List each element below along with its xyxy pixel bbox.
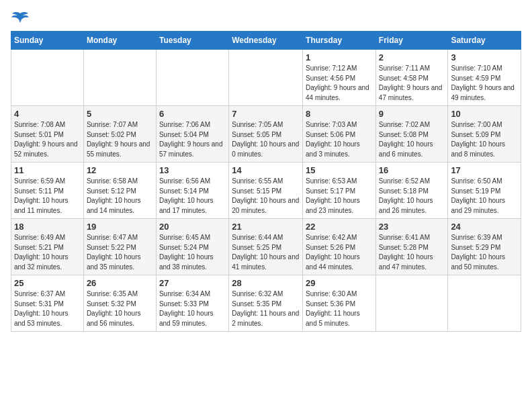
day-number: 1	[306, 52, 373, 62]
day-number: 20	[159, 222, 226, 232]
day-detail: Sunrise: 6:52 AMSunset: 5:18 PMDaylight:…	[379, 177, 445, 216]
day-detail: Sunrise: 7:03 AMSunset: 5:06 PMDaylight:…	[306, 120, 373, 159]
day-detail: Sunrise: 7:02 AMSunset: 5:08 PMDaylight:…	[379, 120, 445, 159]
day-detail: Sunrise: 7:10 AMSunset: 4:59 PMDaylight:…	[451, 64, 518, 103]
weekday-header-tuesday: Tuesday	[156, 32, 228, 50]
calendar-week-row: 4Sunrise: 7:08 AMSunset: 5:01 PMDaylight…	[11, 106, 521, 163]
page-header	[11, 11, 521, 26]
day-number: 6	[159, 109, 226, 119]
calendar-cell	[156, 50, 228, 106]
day-detail: Sunrise: 6:47 AMSunset: 5:22 PMDaylight:…	[87, 233, 153, 272]
day-number: 25	[14, 278, 81, 288]
day-number: 26	[87, 278, 153, 288]
calendar-cell: 2Sunrise: 7:11 AMSunset: 4:58 PMDaylight…	[375, 50, 448, 106]
day-detail: Sunrise: 6:56 AMSunset: 5:14 PMDaylight:…	[159, 177, 226, 216]
calendar-cell: 25Sunrise: 6:37 AMSunset: 5:31 PMDayligh…	[11, 275, 84, 332]
day-detail: Sunrise: 6:50 AMSunset: 5:19 PMDaylight:…	[451, 177, 518, 216]
weekday-header-wednesday: Wednesday	[229, 32, 303, 50]
calendar-cell: 13Sunrise: 6:56 AMSunset: 5:14 PMDayligh…	[156, 163, 228, 219]
day-number: 12	[87, 165, 153, 175]
calendar-cell: 8Sunrise: 7:03 AMSunset: 5:06 PMDaylight…	[303, 106, 376, 163]
calendar-cell	[375, 275, 448, 332]
day-detail: Sunrise: 6:55 AMSunset: 5:15 PMDaylight:…	[232, 177, 300, 216]
day-detail: Sunrise: 6:41 AMSunset: 5:28 PMDaylight:…	[379, 233, 445, 272]
calendar-cell: 4Sunrise: 7:08 AMSunset: 5:01 PMDaylight…	[11, 106, 84, 163]
day-detail: Sunrise: 7:07 AMSunset: 5:02 PMDaylight:…	[87, 120, 153, 159]
day-number: 27	[159, 278, 226, 288]
calendar-week-row: 1Sunrise: 7:12 AMSunset: 4:56 PMDaylight…	[11, 50, 521, 106]
day-detail: Sunrise: 6:59 AMSunset: 5:11 PMDaylight:…	[14, 177, 81, 216]
day-number: 2	[379, 52, 445, 62]
logo-bird-icon	[11, 11, 30, 26]
day-number: 11	[14, 165, 81, 175]
weekday-header-thursday: Thursday	[303, 32, 376, 50]
day-detail: Sunrise: 6:44 AMSunset: 5:25 PMDaylight:…	[232, 233, 300, 272]
calendar-cell: 23Sunrise: 6:41 AMSunset: 5:28 PMDayligh…	[375, 219, 448, 275]
logo	[11, 11, 31, 26]
day-detail: Sunrise: 6:42 AMSunset: 5:26 PMDaylight:…	[306, 233, 373, 272]
calendar-cell: 3Sunrise: 7:10 AMSunset: 4:59 PMDaylight…	[448, 50, 521, 106]
calendar-cell: 18Sunrise: 6:49 AMSunset: 5:21 PMDayligh…	[11, 219, 84, 275]
calendar-cell: 26Sunrise: 6:35 AMSunset: 5:32 PMDayligh…	[83, 275, 156, 332]
calendar-cell: 14Sunrise: 6:55 AMSunset: 5:15 PMDayligh…	[229, 163, 303, 219]
calendar-week-row: 18Sunrise: 6:49 AMSunset: 5:21 PMDayligh…	[11, 219, 521, 275]
day-number: 9	[379, 109, 445, 119]
day-detail: Sunrise: 6:35 AMSunset: 5:32 PMDaylight:…	[87, 289, 153, 328]
day-detail: Sunrise: 7:00 AMSunset: 5:09 PMDaylight:…	[451, 120, 518, 159]
calendar-cell: 27Sunrise: 6:34 AMSunset: 5:33 PMDayligh…	[156, 275, 228, 332]
day-detail: Sunrise: 7:05 AMSunset: 5:05 PMDaylight:…	[232, 120, 300, 159]
day-number: 17	[451, 165, 518, 175]
day-number: 22	[306, 222, 373, 232]
day-number: 16	[379, 165, 445, 175]
calendar-header: SundayMondayTuesdayWednesdayThursdayFrid…	[11, 32, 521, 50]
calendar-cell	[11, 50, 84, 106]
calendar-cell: 21Sunrise: 6:44 AMSunset: 5:25 PMDayligh…	[229, 219, 303, 275]
weekday-header-row: SundayMondayTuesdayWednesdayThursdayFrid…	[11, 32, 521, 50]
calendar-cell: 19Sunrise: 6:47 AMSunset: 5:22 PMDayligh…	[83, 219, 156, 275]
calendar-body: 1Sunrise: 7:12 AMSunset: 4:56 PMDaylight…	[11, 50, 521, 332]
calendar-cell: 22Sunrise: 6:42 AMSunset: 5:26 PMDayligh…	[303, 219, 376, 275]
day-detail: Sunrise: 6:30 AMSunset: 5:36 PMDaylight:…	[306, 289, 373, 328]
day-number: 13	[159, 165, 226, 175]
day-number: 8	[306, 109, 373, 119]
day-number: 3	[451, 52, 518, 62]
day-detail: Sunrise: 6:32 AMSunset: 5:35 PMDaylight:…	[232, 289, 300, 328]
calendar-cell: 11Sunrise: 6:59 AMSunset: 5:11 PMDayligh…	[11, 163, 84, 219]
day-number: 14	[232, 165, 300, 175]
day-number: 28	[232, 278, 300, 288]
calendar-cell: 6Sunrise: 7:06 AMSunset: 5:04 PMDaylight…	[156, 106, 228, 163]
calendar-cell: 16Sunrise: 6:52 AMSunset: 5:18 PMDayligh…	[375, 163, 448, 219]
day-detail: Sunrise: 7:08 AMSunset: 5:01 PMDaylight:…	[14, 120, 81, 159]
weekday-header-monday: Monday	[83, 32, 156, 50]
calendar-week-row: 25Sunrise: 6:37 AMSunset: 5:31 PMDayligh…	[11, 275, 521, 332]
day-detail: Sunrise: 6:49 AMSunset: 5:21 PMDaylight:…	[14, 233, 81, 272]
calendar-cell	[448, 275, 521, 332]
day-number: 24	[451, 222, 518, 232]
day-number: 19	[87, 222, 153, 232]
day-number: 15	[306, 165, 373, 175]
weekday-header-friday: Friday	[375, 32, 448, 50]
day-detail: Sunrise: 7:06 AMSunset: 5:04 PMDaylight:…	[159, 120, 226, 159]
calendar-cell: 7Sunrise: 7:05 AMSunset: 5:05 PMDaylight…	[229, 106, 303, 163]
day-number: 10	[451, 109, 518, 119]
day-number: 5	[87, 109, 153, 119]
calendar-cell	[229, 50, 303, 106]
calendar-cell: 1Sunrise: 7:12 AMSunset: 4:56 PMDaylight…	[303, 50, 376, 106]
calendar-cell: 20Sunrise: 6:45 AMSunset: 5:24 PMDayligh…	[156, 219, 228, 275]
day-number: 18	[14, 222, 81, 232]
calendar-table: SundayMondayTuesdayWednesdayThursdayFrid…	[11, 31, 521, 332]
weekday-header-sunday: Sunday	[11, 32, 84, 50]
calendar-cell: 28Sunrise: 6:32 AMSunset: 5:35 PMDayligh…	[229, 275, 303, 332]
day-number: 23	[379, 222, 445, 232]
calendar-cell: 5Sunrise: 7:07 AMSunset: 5:02 PMDaylight…	[83, 106, 156, 163]
calendar-cell: 12Sunrise: 6:58 AMSunset: 5:12 PMDayligh…	[83, 163, 156, 219]
calendar-cell: 17Sunrise: 6:50 AMSunset: 5:19 PMDayligh…	[448, 163, 521, 219]
day-detail: Sunrise: 6:53 AMSunset: 5:17 PMDaylight:…	[306, 177, 373, 216]
calendar-cell: 9Sunrise: 7:02 AMSunset: 5:08 PMDaylight…	[375, 106, 448, 163]
day-detail: Sunrise: 6:37 AMSunset: 5:31 PMDaylight:…	[14, 289, 81, 328]
day-detail: Sunrise: 6:58 AMSunset: 5:12 PMDaylight:…	[87, 177, 153, 216]
day-number: 4	[14, 109, 81, 119]
day-detail: Sunrise: 6:45 AMSunset: 5:24 PMDaylight:…	[159, 233, 226, 272]
day-detail: Sunrise: 6:34 AMSunset: 5:33 PMDaylight:…	[159, 289, 226, 328]
calendar-week-row: 11Sunrise: 6:59 AMSunset: 5:11 PMDayligh…	[11, 163, 521, 219]
